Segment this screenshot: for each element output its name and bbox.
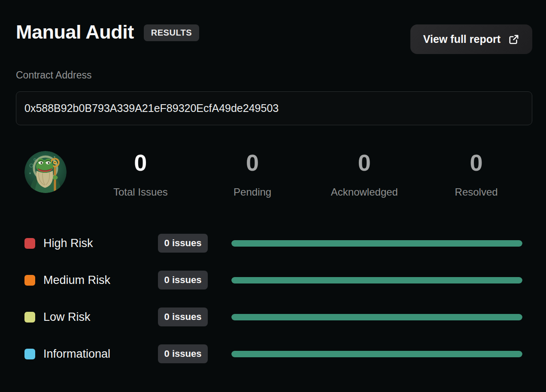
low-risk-progress-fill bbox=[231, 314, 522, 320]
results-badge: RESULTS bbox=[144, 24, 199, 41]
high-risk-label: High Risk bbox=[43, 237, 158, 250]
risk-row-low: Low Risk 0 issues bbox=[16, 307, 532, 327]
stat-pending-label: Pending bbox=[197, 186, 309, 198]
high-risk-swatch bbox=[24, 238, 35, 249]
informational-progress-fill bbox=[231, 351, 522, 357]
view-full-report-label: View full report bbox=[423, 33, 500, 45]
stat-total-issues-value: 0 bbox=[85, 151, 197, 174]
avatar-wrap bbox=[16, 151, 85, 193]
header: Manual Audit RESULTS View full report bbox=[16, 21, 532, 54]
contract-address-input[interactable] bbox=[16, 91, 532, 125]
low-risk-progress-bar bbox=[231, 314, 522, 320]
page-title: Manual Audit bbox=[16, 21, 134, 43]
view-full-report-button[interactable]: View full report bbox=[410, 24, 532, 54]
contract-address-label: Contract Address bbox=[16, 69, 532, 81]
informational-label: Informational bbox=[43, 347, 158, 361]
low-risk-issues-badge: 0 issues bbox=[158, 308, 208, 326]
stats-row: 0 Total Issues 0 Pending 0 Acknowledged … bbox=[16, 151, 532, 198]
stat-acknowledged-label: Acknowledged bbox=[309, 186, 421, 198]
informational-progress-bar bbox=[231, 351, 522, 357]
medium-risk-progress-bar bbox=[231, 277, 522, 283]
informational-issues-badge: 0 issues bbox=[158, 344, 208, 363]
high-risk-issues-badge: 0 issues bbox=[158, 234, 208, 253]
medium-risk-label: Medium Risk bbox=[43, 274, 158, 287]
medium-risk-swatch bbox=[24, 275, 35, 286]
stat-resolved-value: 0 bbox=[420, 151, 532, 174]
stat-pending-value: 0 bbox=[197, 151, 309, 174]
stat-resolved: 0 Resolved bbox=[420, 151, 532, 198]
stat-total-issues: 0 Total Issues bbox=[85, 151, 197, 198]
stat-resolved-label: Resolved bbox=[420, 186, 532, 198]
stat-acknowledged: 0 Acknowledged bbox=[309, 151, 421, 198]
stat-acknowledged-value: 0 bbox=[309, 151, 421, 174]
medium-risk-issues-badge: 0 issues bbox=[158, 271, 208, 289]
pepe-wizard-avatar bbox=[24, 151, 67, 193]
external-link-icon bbox=[508, 34, 519, 45]
high-risk-progress-bar bbox=[231, 240, 522, 247]
audit-panel: Manual Audit RESULTS View full report Co… bbox=[0, 21, 546, 364]
stat-columns: 0 Total Issues 0 Pending 0 Acknowledged … bbox=[85, 151, 532, 198]
risk-row-high: High Risk 0 issues bbox=[16, 233, 532, 253]
stat-pending: 0 Pending bbox=[197, 151, 309, 198]
informational-swatch bbox=[24, 349, 35, 359]
medium-risk-progress-fill bbox=[231, 277, 522, 283]
low-risk-swatch bbox=[24, 312, 35, 323]
low-risk-label: Low Risk bbox=[43, 311, 158, 324]
stat-total-issues-label: Total Issues bbox=[85, 186, 197, 198]
high-risk-progress-fill bbox=[231, 240, 522, 247]
risk-row-informational: Informational 0 issues bbox=[16, 344, 532, 364]
risk-row-medium: Medium Risk 0 issues bbox=[16, 270, 532, 290]
risk-section: High Risk 0 issues Medium Risk 0 issues … bbox=[16, 233, 532, 364]
